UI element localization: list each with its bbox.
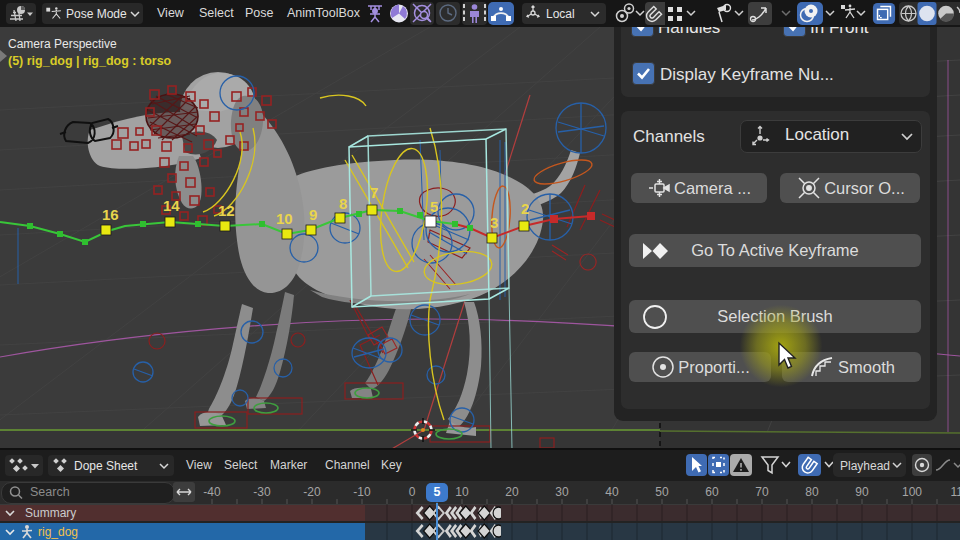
svg-text:7: 7	[370, 184, 378, 201]
svg-text:(5) rig_dog | rig_dog : torso: (5) rig_dog | rig_dog : torso	[8, 54, 172, 68]
svg-text:5: 5	[430, 198, 438, 215]
svg-text:Camera Perspective: Camera Perspective	[8, 37, 117, 51]
svg-text:Playhead: Playhead	[840, 459, 890, 473]
svg-text:3: 3	[490, 214, 498, 231]
svg-text:14: 14	[163, 197, 180, 214]
svg-text:10: 10	[276, 210, 293, 227]
svg-text:12: 12	[218, 202, 235, 219]
svg-text:2: 2	[521, 200, 529, 217]
svg-text:8: 8	[339, 195, 347, 212]
svg-text:9: 9	[309, 206, 317, 223]
svg-text:16: 16	[102, 206, 119, 223]
